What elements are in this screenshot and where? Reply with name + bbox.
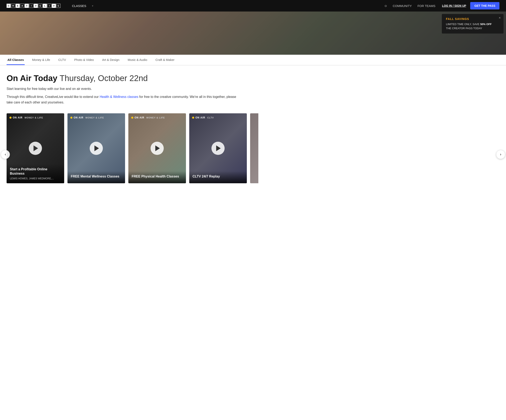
card-2[interactable]: ON AIR MONEY & LIFE FREE Mental Wellness… — [67, 113, 125, 183]
tab-photo-video[interactable]: Photo & Video — [73, 55, 95, 65]
carousel-prev-button[interactable]: ‹ — [1, 150, 10, 159]
nav-right: LOG IN / SIGN UP GET THE PASS — [442, 2, 499, 9]
on-air-dot-2 — [70, 117, 72, 119]
card-3-title: FREE Physical Health Classes — [132, 174, 183, 179]
on-air-label-1: ON AIR — [13, 116, 23, 119]
logo-cell-l: L — [43, 4, 47, 8]
cards-carousel: ‹ ON AIR MONEY & LIFE Start a Profitable… — [0, 113, 506, 196]
navigation: C R E A T I V E L I V E CLASSES ▾ ○ COMM… — [0, 0, 506, 12]
left-arrow-icon: ‹ — [5, 152, 6, 157]
subtext-1: Start learning for free today with our l… — [7, 86, 240, 92]
on-air-heading: On Air Today Thursday, October 22nd — [7, 74, 240, 83]
card-1-title: Start a Profitable Online Business — [10, 167, 61, 176]
fall-savings-title: FALL SAVINGS — [446, 17, 499, 20]
card-1-category: MONEY & LIFE — [25, 116, 43, 119]
hero-overlay — [0, 12, 506, 55]
tab-art-design[interactable]: Art & Design — [101, 55, 120, 65]
cards-container: ON AIR MONEY & LIFE Start a Profitable O… — [0, 113, 506, 183]
card-2-category: MONEY & LIFE — [86, 116, 104, 119]
card-4-title: CLTV 24/7 Replay — [193, 174, 244, 179]
logo-cell-i: I — [29, 4, 33, 8]
card-3-footer: FREE Physical Health Classes — [128, 171, 186, 183]
tab-all-classes[interactable]: All Classes — [7, 55, 25, 65]
logo-cell-t: T — [25, 4, 29, 8]
play-icon-4 — [216, 145, 221, 151]
carousel-next-button[interactable]: › — [496, 150, 505, 159]
classes-nav-link[interactable]: CLASSES — [72, 4, 86, 8]
main-content: On Air Today Thursday, October 22nd Star… — [0, 65, 247, 105]
on-air-date: Thursday, October 22nd — [60, 74, 148, 83]
logo[interactable]: C R E A T I V E L I V E — [7, 4, 60, 8]
card-1-badge: ON AIR MONEY & LIFE — [9, 116, 43, 119]
on-air-bold: On Air Today — [7, 74, 57, 83]
on-air-dot-1 — [9, 117, 12, 119]
logo-cell-a: A — [20, 4, 24, 8]
card-2-badge: ON AIR MONEY & LIFE — [70, 116, 104, 119]
card-2-footer: FREE Mental Wellness Classes — [67, 171, 125, 183]
tab-cltv[interactable]: CLTV — [58, 55, 67, 65]
hero-banner: × FALL SAVINGS LIMITED TIME ONLY, SAVE 5… — [0, 12, 506, 55]
on-air-label-3: ON AIR — [134, 116, 144, 119]
card-2-play-button[interactable] — [90, 142, 103, 155]
card-3-badge: ON AIR MONEY & LIFE — [131, 116, 165, 119]
tab-craft-maker[interactable]: Craft & Maker — [155, 55, 175, 65]
logo-cell-v2: V — [52, 4, 56, 8]
get-pass-button[interactable]: GET THE PASS — [470, 2, 499, 9]
right-arrow-icon: › — [500, 152, 501, 157]
login-button[interactable]: LOG IN / SIGN UP — [442, 4, 466, 7]
logo-cell-i2: I — [47, 4, 51, 8]
on-air-dot-3 — [131, 117, 133, 119]
card-4-play-button[interactable] — [212, 142, 225, 155]
fall-savings-line2: THE CREATOR PASS TODAY — [446, 27, 482, 30]
tab-music-audio[interactable]: Music & Audio — [127, 55, 148, 65]
logo-cell-e2: E — [38, 4, 42, 8]
card-partial-hint — [250, 113, 258, 183]
community-nav-link[interactable]: COMMUNITY — [393, 4, 412, 8]
on-air-label-4: ON AIR — [195, 116, 205, 119]
card-3-play-button[interactable] — [151, 142, 164, 155]
logo-cell-e: E — [16, 4, 20, 8]
fall-savings-text: LIMITED TIME ONLY, SAVE 50% OFF THE CREA… — [446, 22, 499, 30]
fall-savings-bold: 50% OFF — [480, 23, 492, 26]
health-wellness-link[interactable]: Health & Wellness classes — [100, 95, 138, 99]
card-1-footer: Start a Profitable Online Business LEWIS… — [7, 164, 64, 183]
nav-links: CLASSES ▾ ○ COMMUNITY FOR TEAMS — [72, 4, 435, 8]
subtext-wellness: Through this difficult time, CreativeLiv… — [7, 94, 240, 105]
card-3[interactable]: ON AIR MONEY & LIFE FREE Physical Health… — [128, 113, 186, 183]
fall-savings-popup: × FALL SAVINGS LIMITED TIME ONLY, SAVE 5… — [442, 14, 504, 33]
logo-cell-c: C — [7, 4, 11, 8]
logo-cell-r: R — [11, 4, 15, 8]
fall-savings-line1: LIMITED TIME ONLY, SAVE — [446, 23, 480, 26]
play-icon-3 — [155, 145, 160, 151]
card-1[interactable]: ON AIR MONEY & LIFE Start a Profitable O… — [7, 113, 64, 183]
card-3-category: MONEY & LIFE — [146, 116, 165, 119]
card-1-author: LEWIS HOWES, JAMES WEDMORE,... — [10, 177, 61, 180]
wellness-pre: Through this difficult time, CreativeLiv… — [7, 95, 100, 99]
card-4-badge: ON AIR CLTV — [192, 116, 214, 119]
card-4[interactable]: ON AIR CLTV CLTV 24/7 Replay — [189, 113, 247, 183]
card-4-category: CLTV — [207, 116, 214, 119]
category-tabs: All Classes Money & Life CLTV Photo & Vi… — [0, 55, 506, 65]
logo-cell-v: V — [34, 4, 38, 8]
for-teams-nav-link[interactable]: FOR TEAMS — [418, 4, 435, 8]
search-icon[interactable]: ○ — [384, 4, 387, 8]
tab-money-life[interactable]: Money & Life — [31, 55, 51, 65]
card-2-title: FREE Mental Wellness Classes — [71, 174, 122, 179]
play-icon-1 — [33, 145, 38, 151]
logo-cell-e3: E — [56, 4, 60, 8]
play-icon-2 — [94, 145, 99, 151]
on-air-dot-4 — [192, 117, 194, 119]
card-4-footer: CLTV 24/7 Replay — [189, 171, 247, 183]
fall-savings-close-button[interactable]: × — [499, 16, 501, 20]
card-1-play-button[interactable] — [29, 142, 42, 155]
classes-chevron-icon: ▾ — [92, 4, 93, 7]
on-air-label-2: ON AIR — [74, 116, 84, 119]
